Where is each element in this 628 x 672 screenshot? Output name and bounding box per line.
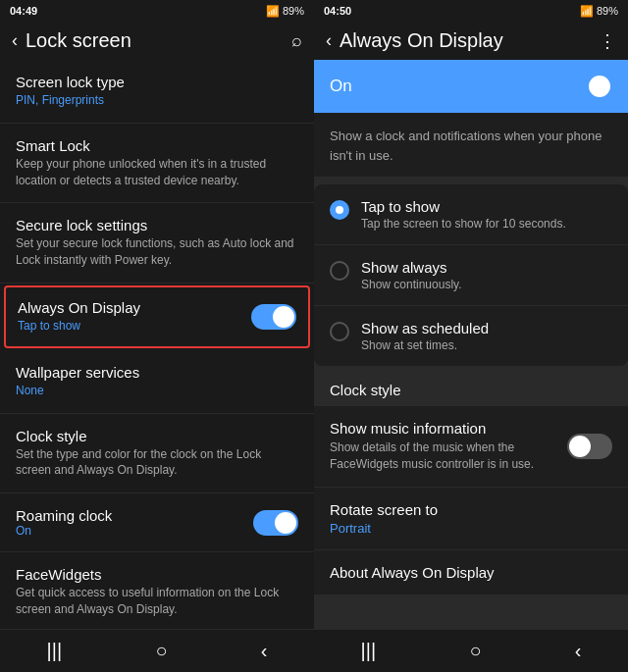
secure-lock-item[interactable]: Secure lock settings Set your secure loc… — [0, 203, 314, 284]
left-panel-title: Lock screen — [26, 29, 284, 52]
show-scheduled-option[interactable]: Show as scheduled Show at set times. — [314, 306, 628, 366]
show-scheduled-radio[interactable] — [330, 322, 349, 341]
right-status-icons: 📶 89% — [580, 5, 618, 18]
clock-style-sub: Set the type and color for the clock on … — [16, 446, 298, 480]
left-status-bar: 04:49 📶 89% — [0, 0, 314, 22]
smart-lock-title: Smart Lock — [16, 137, 298, 154]
right-spacer — [314, 594, 628, 629]
aod-toggle[interactable] — [251, 304, 296, 330]
right-signal-icon: 📶 — [580, 5, 594, 18]
right-nav-menu[interactable]: ||| — [361, 640, 377, 662]
roaming-clock-item[interactable]: Roaming clock On — [0, 493, 314, 552]
wallpaper-services-item[interactable]: Wallpaper services None — [0, 350, 314, 414]
left-nav-home[interactable]: ○ — [155, 640, 167, 662]
music-info-sub: Show details of the music when the FaceW… — [330, 439, 546, 473]
show-scheduled-sub: Show at set times. — [361, 338, 489, 352]
lock-screen-panel: 04:49 📶 89% ‹ Lock screen ⌕ Screen lock … — [0, 0, 314, 672]
right-battery-text: 89% — [597, 5, 618, 17]
always-on-display-item[interactable]: Always On Display Tap to show — [4, 285, 310, 348]
aod-text-group: Always On Display Tap to show — [18, 299, 243, 335]
rotate-screen-row[interactable]: Rotate screen to Portrait — [314, 488, 628, 550]
clock-style-item[interactable]: Clock style Set the type and color for t… — [0, 414, 314, 494]
show-always-title: Show always — [361, 259, 462, 276]
secure-lock-title: Secure lock settings — [16, 217, 298, 233]
right-nav-home[interactable]: ○ — [469, 640, 481, 662]
more-options-icon[interactable]: ⋮ — [599, 30, 616, 52]
about-title: About Always On Display — [330, 564, 612, 581]
wallpaper-title: Wallpaper services — [16, 364, 298, 381]
tap-to-show-option[interactable]: Tap to show Tap the screen to show for 1… — [314, 184, 628, 245]
tap-to-show-sub: Tap the screen to show for 10 seconds. — [361, 217, 566, 231]
music-info-row[interactable]: Show music information Show details of t… — [314, 406, 628, 488]
screen-lock-type-item[interactable]: Screen lock type PIN, Fingerprints — [0, 60, 314, 124]
face-widgets-sub: Get quick access to useful information o… — [16, 585, 298, 618]
left-nav-menu[interactable]: ||| — [47, 640, 63, 662]
right-top-bar: ‹ Always On Display ⋮ — [314, 22, 628, 60]
signal-icon: 📶 — [266, 5, 280, 18]
left-content: Screen lock type PIN, Fingerprints Smart… — [0, 60, 314, 629]
tap-to-show-radio[interactable] — [330, 200, 349, 220]
right-nav-back[interactable]: ‹ — [575, 640, 582, 662]
left-time: 04:49 — [10, 5, 37, 17]
aod-sub: Tap to show — [18, 318, 243, 335]
aod-settings-panel: 04:50 📶 89% ‹ Always On Display ⋮ On Sho… — [314, 0, 628, 672]
left-top-bar: ‹ Lock screen ⌕ — [0, 22, 314, 60]
tap-to-show-title: Tap to show — [361, 198, 566, 215]
wallpaper-sub: None — [16, 383, 298, 399]
right-status-bar: 04:50 📶 89% — [314, 0, 628, 22]
search-icon[interactable]: ⌕ — [291, 30, 302, 51]
roaming-sub: On — [16, 524, 112, 538]
roaming-text-group: Roaming clock On — [16, 507, 112, 538]
screen-lock-sub: PIN, Fingerprints — [16, 92, 298, 109]
aod-on-label: On — [330, 77, 352, 96]
tap-to-show-text: Tap to show Tap the screen to show for 1… — [361, 198, 566, 231]
clock-style-header: Clock style — [314, 366, 628, 406]
show-always-option[interactable]: Show always Show continuously. — [314, 245, 628, 306]
show-always-radio[interactable] — [330, 261, 349, 281]
smart-lock-item[interactable]: Smart Lock Keep your phone unlocked when… — [0, 124, 314, 204]
roaming-title: Roaming clock — [16, 507, 112, 524]
screen-lock-title: Screen lock type — [16, 74, 298, 90]
aod-title: Always On Display — [18, 299, 243, 316]
rotate-title: Rotate screen to — [330, 501, 612, 518]
left-status-icons: 📶 89% — [266, 5, 304, 18]
right-panel-title: Always On Display — [340, 29, 591, 52]
roaming-toggle[interactable] — [253, 510, 298, 536]
back-icon[interactable]: ‹ — [12, 30, 18, 51]
aod-description: Show a clock and notifications when your… — [314, 113, 628, 177]
aod-radio-section: Tap to show Tap the screen to show for 1… — [314, 184, 628, 366]
clock-style-title: Clock style — [16, 428, 298, 444]
left-nav-back[interactable]: ‹ — [261, 640, 268, 662]
smart-lock-sub: Keep your phone unlocked when it's in a … — [16, 156, 298, 189]
right-back-icon[interactable]: ‹ — [326, 30, 332, 51]
right-time: 04:50 — [324, 5, 351, 17]
battery-text: 89% — [283, 5, 304, 17]
show-always-sub: Show continuously. — [361, 278, 462, 291]
aod-main-toggle[interactable] — [567, 74, 612, 99]
aod-on-row[interactable]: On — [314, 60, 628, 113]
music-info-title: Show music information — [330, 420, 567, 437]
left-nav-bar: ||| ○ ‹ — [0, 629, 314, 672]
face-widgets-item[interactable]: FaceWidgets Get quick access to useful i… — [0, 552, 314, 629]
show-scheduled-text: Show as scheduled Show at set times. — [361, 320, 489, 352]
secure-lock-sub: Set your secure lock functions, such as … — [16, 235, 298, 269]
rotate-sub: Portrait — [330, 521, 612, 536]
right-nav-bar: ||| ○ ‹ — [314, 629, 628, 672]
show-always-text: Show always Show continuously. — [361, 259, 462, 291]
show-scheduled-title: Show as scheduled — [361, 320, 489, 336]
face-widgets-title: FaceWidgets — [16, 566, 298, 583]
music-info-text: Show music information Show details of t… — [330, 420, 567, 473]
music-info-toggle[interactable] — [567, 434, 612, 459]
about-aod-row[interactable]: About Always On Display — [314, 550, 628, 594]
